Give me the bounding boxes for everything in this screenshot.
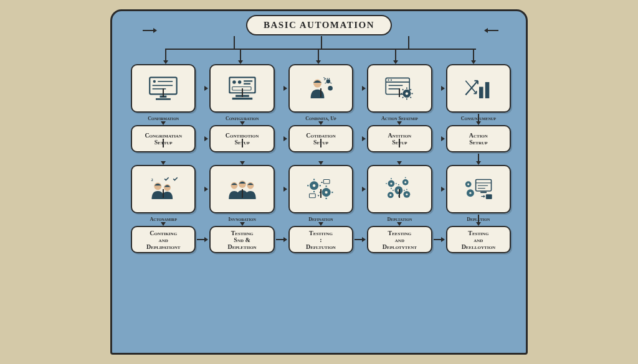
svg-point-17 xyxy=(326,80,331,84)
caption-text: Configuration xyxy=(226,116,259,122)
svg-rect-13 xyxy=(244,81,252,82)
label-text: Antition Setup xyxy=(388,132,412,146)
label-text: Congrimatian Settup xyxy=(145,132,182,146)
svg-point-55 xyxy=(405,182,407,184)
step-label-2-3: Defination Testitng : Defltution xyxy=(288,226,353,253)
caption-text: Action Sefatmip xyxy=(381,116,418,122)
step-label-2-4: Depltation Teesting and Deplotytent xyxy=(367,226,432,253)
step-card-2-4 xyxy=(367,165,432,213)
step-label-1-1: Confirmation Congrimatian Settup xyxy=(131,125,196,152)
step-card-2-5 xyxy=(446,165,511,213)
caption-text: Depltation xyxy=(388,217,412,223)
people-check-icon: 2 xyxy=(144,175,183,202)
step-card-2-1: 2 xyxy=(131,165,196,213)
browser-gear-icon xyxy=(380,75,419,101)
chart-arrow-icon xyxy=(459,75,498,101)
caption-text: Deplution xyxy=(467,217,490,223)
gears-swap-icon xyxy=(302,175,340,202)
svg-rect-48 xyxy=(310,194,316,198)
svg-point-56 xyxy=(398,189,400,192)
label-text: Testiing Snd & Depletiion xyxy=(228,230,257,250)
caption-text: Consunjumenup xyxy=(461,116,496,122)
svg-point-76 xyxy=(467,184,469,185)
svg-rect-14 xyxy=(244,83,250,85)
monitor-dashboard-icon xyxy=(223,75,262,101)
svg-rect-27 xyxy=(479,87,483,98)
label-text: Testitng : Defltution xyxy=(306,230,336,250)
svg-point-12 xyxy=(238,81,241,84)
caption-text: Actonamirp xyxy=(150,217,177,223)
svg-point-77 xyxy=(469,192,471,194)
diagram-panel: BASIC AUTOMATION xyxy=(110,9,528,355)
label-text: Cotidation Setup xyxy=(306,132,336,146)
svg-point-26 xyxy=(406,93,408,95)
step-label-1-5: Consunjumenup Action Setrup xyxy=(446,125,511,152)
person-gears-icon xyxy=(302,75,340,101)
svg-point-18 xyxy=(328,86,333,91)
svg-rect-9 xyxy=(236,95,249,97)
svg-rect-73 xyxy=(480,192,487,193)
svg-rect-47 xyxy=(323,180,330,184)
monitor-icon xyxy=(144,75,183,101)
diagram-grid: Confirmation Congrimatian Settup Configu… xyxy=(131,64,511,343)
step-label-2-2: Invnoration Testiing Snd & Depletiion xyxy=(209,226,274,253)
svg-rect-78 xyxy=(486,195,492,200)
svg-point-3 xyxy=(153,80,156,83)
svg-rect-2 xyxy=(156,98,171,100)
label-text: Testing and Deelloytion xyxy=(462,230,495,250)
label-text: Teesting and Deplotytent xyxy=(383,230,417,250)
step-label-2-1: Actonamirp Contiking and Deplipationt xyxy=(131,226,196,253)
svg-point-22 xyxy=(391,80,392,81)
step-card-1-5 xyxy=(446,64,511,113)
svg-rect-1 xyxy=(160,96,167,98)
svg-point-38 xyxy=(325,191,328,194)
label-text: Contidotion Setup xyxy=(226,132,259,146)
label-text: Action Setrup xyxy=(469,132,488,146)
step-card-2-2 xyxy=(209,165,274,213)
svg-point-58 xyxy=(406,194,408,195)
step-card-1-4 xyxy=(367,64,432,113)
diagram-title: BASIC AUTOMATION xyxy=(246,15,392,35)
svg-point-57 xyxy=(390,194,392,196)
svg-point-11 xyxy=(232,81,236,84)
step-label-1-4: Action Sefatmip Antition Setup xyxy=(367,125,432,152)
svg-text:2: 2 xyxy=(151,177,153,182)
svg-point-37 xyxy=(313,184,315,187)
caption-text: Invnoration xyxy=(228,217,255,223)
svg-point-54 xyxy=(391,183,393,185)
caption-text: Defination xyxy=(308,217,333,223)
label-text: Contiking and Deplipationt xyxy=(146,230,180,250)
step-label-1-2: Configuration Contidotion Setup xyxy=(209,125,274,152)
svg-rect-10 xyxy=(232,98,252,100)
svg-point-21 xyxy=(388,80,389,81)
caption-text: Confirmation xyxy=(148,116,179,122)
people-three-icon xyxy=(223,175,262,202)
step-label-2-5: Deplution Testing and Deelloytion xyxy=(446,226,511,253)
caption-text: Condinita, Up xyxy=(305,116,336,122)
step-label-1-3: Condinita, Up Cotidation Setup xyxy=(288,125,353,152)
step-card-1-3 xyxy=(288,64,353,113)
step-card-2-3 xyxy=(288,165,353,213)
title-distribution-lines xyxy=(165,36,476,61)
step-card-1-1 xyxy=(131,64,196,113)
step-card-1-2 xyxy=(209,64,274,113)
monitor-gears-icon xyxy=(459,175,498,202)
gears-five-icon xyxy=(380,175,419,202)
svg-point-51 xyxy=(395,187,403,195)
svg-rect-28 xyxy=(485,82,490,98)
